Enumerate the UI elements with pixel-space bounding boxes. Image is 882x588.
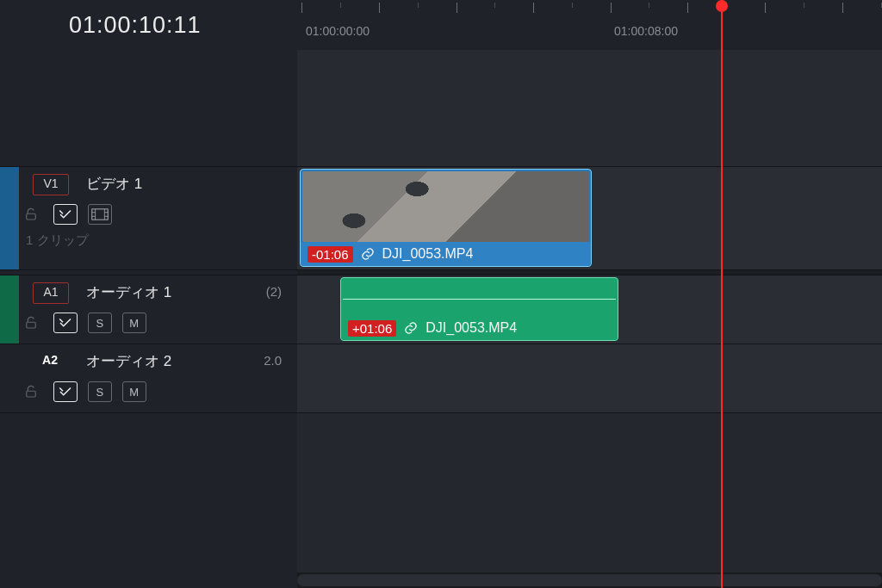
sync-offset-badge: -01:06 (307, 246, 353, 263)
ruler-label: 01:00:08:00 (614, 24, 678, 38)
link-icon (360, 246, 376, 262)
playhead-handle-icon[interactable] (716, 0, 728, 12)
svg-rect-0 (27, 214, 36, 220)
scrollbar-thumb[interactable] (297, 574, 882, 586)
track-name[interactable]: オーディオ 2 (86, 351, 171, 371)
horizontal-scrollbar[interactable] (297, 573, 882, 588)
clip-count-label: 1 クリップ (26, 232, 89, 249)
autoselect-button[interactable] (53, 313, 78, 333)
dest-a1-button[interactable]: A1 (33, 282, 69, 304)
track-name[interactable]: オーディオ 1 (86, 282, 171, 302)
clip-name-label: DJI_0053.MP4 (382, 246, 474, 262)
track-header-a1[interactable]: A1 オーディオ 1 (2) S M (0, 275, 297, 344)
svg-rect-1 (92, 209, 108, 220)
dest-a2-button[interactable]: A2 (33, 351, 67, 371)
svg-rect-8 (27, 322, 36, 328)
channel-format: 2.0 (264, 353, 282, 368)
link-icon (403, 320, 419, 336)
sync-offset-badge: +01:06 (348, 320, 396, 337)
playhead[interactable] (721, 0, 723, 588)
lock-icon[interactable] (19, 381, 43, 402)
video-clip[interactable]: -01:06 DJI_0053.MP4 (300, 169, 592, 267)
audio-clip[interactable]: +01:06 DJI_0053.MP4 (340, 277, 618, 341)
track-header-a2[interactable]: A2 オーディオ 2 2.0 S M (0, 344, 297, 412)
lock-icon[interactable] (19, 313, 43, 333)
track-lane-a1[interactable]: +01:06 DJI_0053.MP4 (297, 275, 882, 344)
lock-icon[interactable] (19, 204, 43, 225)
timeline-area[interactable]: -01:06 DJI_0053.MP4 +01:06 DJI_0053.MP4 (297, 50, 882, 588)
track-name[interactable]: ビデオ 1 (86, 174, 142, 194)
audio-waveform (343, 282, 616, 314)
autoselect-button[interactable] (53, 381, 78, 402)
timeline-ruler[interactable]: 01:00:00:00 01:00:08:00 (297, 0, 882, 51)
ruler-label: 01:00:00:00 (306, 24, 370, 38)
clip-thumbnail (302, 171, 589, 242)
dest-v1-button[interactable]: V1 (33, 174, 69, 195)
channel-count: (2) (266, 284, 282, 299)
track-header-v1[interactable]: V1 ビデオ 1 1 クリップ (0, 166, 297, 269)
clip-name-label: DJI_0053.MP4 (425, 320, 517, 336)
solo-button[interactable]: S (88, 381, 112, 402)
mute-button[interactable]: M (122, 313, 146, 333)
timecode-display: 01:00:10:11 (69, 12, 202, 39)
solo-button[interactable]: S (88, 313, 112, 333)
mute-button[interactable]: M (122, 381, 146, 402)
svg-rect-9 (27, 391, 36, 397)
filmstrip-icon[interactable] (88, 204, 112, 225)
track-lane-a2[interactable] (297, 344, 882, 412)
track-lane-v1[interactable]: -01:06 DJI_0053.MP4 (297, 166, 882, 269)
autoselect-button[interactable] (53, 204, 78, 225)
